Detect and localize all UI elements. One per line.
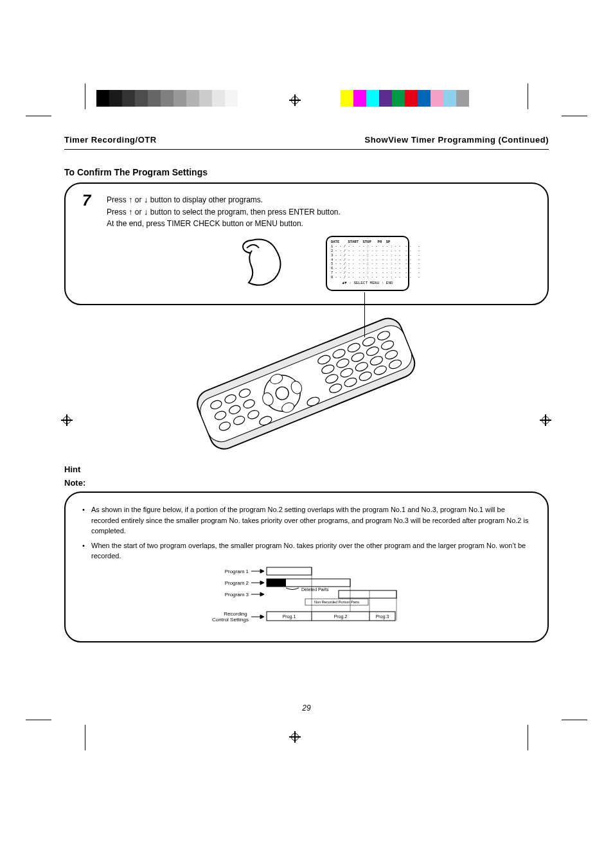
svg-marker-45: [260, 592, 264, 596]
timing-diagram: Program 1 Program 2 Program 3 Recording …: [210, 565, 403, 627]
arrow-down-icon: ↓: [144, 206, 148, 218]
swatch: [418, 90, 431, 107]
swatch: [96, 90, 109, 107]
swatch: [238, 90, 251, 107]
svg-marker-43: [260, 581, 264, 585]
crop-mark-icon: [528, 725, 528, 750]
step-text-frag: or: [135, 195, 144, 204]
callout-leader-line: [364, 292, 365, 337]
arrow-down-icon: ↓: [144, 194, 148, 206]
swatch: [431, 90, 443, 107]
registration-mark-icon: [289, 94, 301, 106]
diagram-label-p1: Program 1: [225, 569, 249, 574]
crop-mark-icon: [562, 116, 587, 116]
step-text-frag: button to display other programs.: [150, 195, 263, 204]
crop-mark-icon: [26, 116, 51, 116]
step-text-frag: Press: [107, 207, 129, 216]
swatch: [109, 90, 122, 107]
diagram-deleted-label: Deleted Parts: [301, 587, 329, 592]
tv-nav-hint: ▲▼ : SELECT MENU : END: [331, 281, 404, 286]
note-box: •As shown in the figure below, if a port…: [64, 492, 549, 642]
swatch: [405, 90, 418, 107]
svg-rect-50: [267, 579, 286, 587]
registration-mark-icon: [289, 731, 301, 743]
swatch: [225, 90, 238, 107]
diagram-nonrec-label: Non Recorded Portion Parts: [314, 600, 359, 604]
diagram-label-p2: Program 2: [225, 580, 249, 586]
color-swatches: [341, 90, 469, 107]
section-title: To Confirm The Program Settings: [64, 167, 549, 177]
note-text: When the start of two program overlaps, …: [91, 540, 531, 562]
note-item: •When the start of two program overlaps,…: [82, 540, 531, 562]
diagram-label-p3: Program 3: [225, 592, 249, 598]
step-text-frag: button to select the program, then press…: [150, 207, 341, 216]
step-text-frag: or: [135, 207, 144, 216]
grayscale-swatches: [96, 90, 251, 107]
swatch: [341, 90, 353, 107]
page-number: 29: [0, 704, 613, 713]
diagram-label-ctrl: Recording Control Settings: [212, 611, 249, 623]
note-text: As shown in the figure below, if a porti…: [91, 504, 531, 536]
hint-title: Hint: [64, 465, 549, 474]
step-text: Press ↑ or ↓ button to display other pro…: [107, 194, 532, 229]
bullet-icon: •: [82, 504, 91, 536]
arrow-up-icon: ↑: [129, 206, 133, 218]
swatch: [212, 90, 225, 107]
bullet-icon: •: [82, 540, 91, 562]
svg-marker-47: [260, 615, 264, 619]
svg-rect-51: [339, 590, 396, 598]
svg-rect-48: [267, 567, 312, 575]
crop-mark-icon: [562, 720, 587, 720]
crop-mark-icon: [85, 725, 85, 750]
swatch: [353, 90, 366, 107]
note-title: Note:: [64, 478, 549, 488]
header-left: Timer Recording/OTR: [64, 135, 157, 145]
header-right: ShowView Timer Programming (Continued): [365, 135, 549, 145]
tv-row: 8 - - / - - - - : - - - - : - - - - -: [331, 276, 404, 280]
step-number: 7: [82, 191, 91, 209]
swatch: [186, 90, 199, 107]
swatch: [379, 90, 392, 107]
header-rule: [64, 149, 549, 150]
diagram-prog3: Prog.3: [376, 614, 389, 619]
diagram-prog2: Prog.2: [334, 614, 348, 619]
note-item: •As shown in the figure below, if a port…: [82, 504, 531, 536]
swatch: [366, 90, 379, 107]
swatch: [392, 90, 405, 107]
swatch: [199, 90, 212, 107]
swatch: [135, 90, 148, 107]
swatch: [443, 90, 456, 107]
crop-mark-icon: [528, 84, 528, 109]
swatch: [148, 90, 161, 107]
swatch: [161, 90, 173, 107]
step-text-frag: Press: [107, 195, 129, 204]
arrow-up-icon: ↑: [129, 194, 133, 206]
hand-press-icon: [229, 238, 306, 289]
svg-marker-41: [260, 569, 264, 573]
page-header: Timer Recording/OTR ShowView Timer Progr…: [64, 135, 549, 145]
diagram-prog1: Prog.1: [283, 614, 296, 619]
step-text-frag: At the end, press TIMER CHECK button or …: [107, 219, 303, 228]
swatch: [456, 90, 469, 107]
tv-screen: DATE START STOP PR SP 1 - - / - - - - : …: [326, 236, 409, 291]
crop-mark-icon: [26, 720, 51, 720]
swatch: [173, 90, 186, 107]
step-7-box: 7 Press ↑ or ↓ button to display other p…: [64, 182, 549, 305]
swatch: [122, 90, 135, 107]
remote-illustration: [172, 314, 441, 456]
crop-mark-icon: [85, 84, 85, 109]
